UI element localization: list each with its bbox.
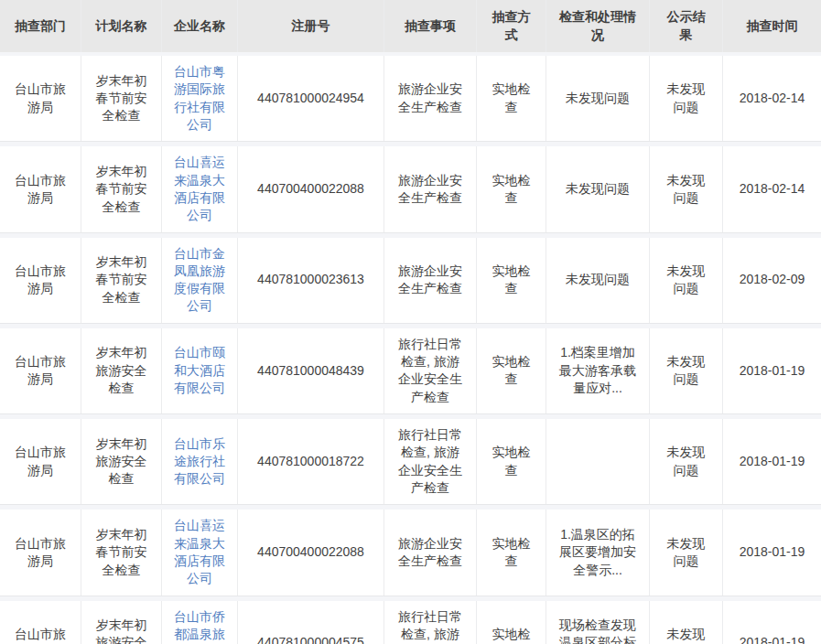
cell-dept: 台山市旅游局 [0,510,81,595]
cell-plan: 岁末年初春节前安全检查 [81,146,162,231]
column-header-method: 抽查方式 [477,0,546,52]
table-row: 台山市旅游局岁末年初春节前安全检查台山市金凤凰旅游度假有限公司440781000… [0,238,821,324]
cell-plan: 岁末年初旅游安全检查 [81,328,162,413]
cell-method: 实地检查 [477,510,546,595]
cell-handling [546,419,650,504]
cell-dept: 台山市旅游局 [0,146,81,231]
cell-result: 未发现问题 [650,510,723,595]
cell-company: 台山喜运来温泉大酒店有限公司 [162,146,238,231]
cell-handling: 未发现问题 [546,238,650,323]
cell-result: 未发现问题 [650,146,723,231]
cell-matter: 旅行社日常检查, 旅游企业安全生产检查 [384,601,477,644]
table-header: 抽查部门计划名称企业名称注册号抽查事项抽查方式检查和处理情况公示结果抽查时间 [0,0,821,52]
cell-matter: 旅游企业安全生产检查 [384,510,477,595]
company-link[interactable]: 台山市颐和大酒店有限公司 [174,344,225,397]
table-row: 台山市旅游局岁末年初春节前安全检查台山喜运来温泉大酒店有限公司440700400… [0,510,821,596]
cell-matter: 旅游企业安全生产检查 [384,56,477,141]
cell-handling: 未发现问题 [546,146,650,231]
cell-matter: 旅游企业安全生产检查 [384,238,477,323]
cell-plan: 岁末年初春节前安全检查 [81,238,162,323]
cell-result: 未发现问题 [650,601,723,644]
cell-company: 台山市粤游国际旅行社有限公司 [162,56,238,141]
cell-result: 未发现问题 [650,419,723,504]
cell-result: 未发现问题 [650,56,723,141]
cell-reg: 440781000023613 [238,238,384,323]
cell-dept: 台山市旅游局 [0,419,81,504]
cell-handling: 现场检查发现温泉区部分标识残旧，... [546,601,650,644]
company-link[interactable]: 台山市粤游国际旅行社有限公司 [174,63,225,134]
cell-reg: 440700400022088 [238,146,384,231]
cell-reg: 440781000048439 [238,328,384,413]
cell-date: 2018-02-14 [723,56,821,141]
cell-reg: 440781000004575 [238,601,384,644]
column-header-reg: 注册号 [238,0,384,52]
column-header-plan: 计划名称 [81,0,162,52]
cell-method: 实地检查 [477,146,546,231]
table-row: 台山市旅游局岁末年初春节前安全检查台山喜运来温泉大酒店有限公司440700400… [0,146,821,232]
cell-matter: 旅行社日常检查, 旅游企业安全生产检查 [384,328,477,413]
cell-plan: 岁末年初春节前安全检查 [81,510,162,595]
column-header-date: 抽查时间 [723,0,821,52]
cell-method: 实地检查 [477,56,546,141]
table-body: 台山市旅游局岁末年初春节前安全检查台山市粤游国际旅行社有限公司440781000… [0,56,821,644]
cell-matter: 旅行社日常检查, 旅游企业安全生产检查 [384,419,477,504]
cell-method: 实地检查 [477,419,546,504]
cell-result: 未发现问题 [650,238,723,323]
column-header-handling: 检查和处理情况 [546,0,650,52]
cell-handling: 未发现问题 [546,56,650,141]
cell-date: 2018-01-19 [723,510,821,595]
company-link[interactable]: 台山喜运来温泉大酒店有限公司 [174,517,225,587]
cell-method: 实地检查 [477,238,546,323]
cell-company: 台山市乐途旅行社有限公司 [162,419,238,504]
table-row: 台山市旅游局岁末年初旅游安全检查台山市侨都温泉旅游度假有限公司440781000… [0,601,821,644]
cell-handling: 1.档案里增加最大游客承载量应对... [546,328,650,413]
company-link[interactable]: 台山市金凤凰旅游度假有限公司 [174,245,225,316]
cell-method: 实地检查 [477,328,546,413]
cell-dept: 台山市旅游局 [0,238,81,323]
table-row: 台山市旅游局岁末年初春节前安全检查台山市粤游国际旅行社有限公司440781000… [0,56,821,142]
cell-date: 2018-01-19 [723,419,821,504]
cell-company: 台山市侨都温泉旅游度假有限公司 [162,601,238,644]
cell-dept: 台山市旅游局 [0,601,81,644]
cell-company: 台山市颐和大酒店有限公司 [162,328,238,413]
table-row: 台山市旅游局岁末年初旅游安全检查台山市乐途旅行社有限公司440781000018… [0,419,821,505]
cell-reg: 440781000018722 [238,419,384,504]
column-header-matter: 抽查事项 [384,0,477,52]
company-link[interactable]: 台山市侨都温泉旅游度假有限公司 [174,608,225,644]
cell-result: 未发现问题 [650,328,723,413]
cell-matter: 旅游企业安全生产检查 [384,146,477,231]
cell-handling: 1.温泉区的拓展区要增加安全警示... [546,510,650,595]
cell-plan: 岁末年初旅游安全检查 [81,419,162,504]
cell-date: 2018-01-19 [723,328,821,413]
inspection-table: 抽查部门计划名称企业名称注册号抽查事项抽查方式检查和处理情况公示结果抽查时间 台… [0,0,821,644]
cell-dept: 台山市旅游局 [0,328,81,413]
cell-method: 实地检查 [477,601,546,644]
cell-reg: 440700400022088 [238,510,384,595]
cell-company: 台山市金凤凰旅游度假有限公司 [162,238,238,323]
table-row: 台山市旅游局岁末年初旅游安全检查台山市颐和大酒店有限公司440781000048… [0,328,821,414]
cell-company: 台山喜运来温泉大酒店有限公司 [162,510,238,595]
cell-plan: 岁末年初旅游安全检查 [81,601,162,644]
cell-reg: 440781000024954 [238,56,384,141]
cell-plan: 岁末年初春节前安全检查 [81,56,162,141]
inspection-results-page: 抽查部门计划名称企业名称注册号抽查事项抽查方式检查和处理情况公示结果抽查时间 台… [0,0,821,644]
column-header-dept: 抽查部门 [0,0,81,52]
company-link[interactable]: 台山喜运来温泉大酒店有限公司 [174,154,225,224]
column-header-result: 公示结果 [650,0,723,52]
column-header-company: 企业名称 [162,0,238,52]
company-link[interactable]: 台山市乐途旅行社有限公司 [174,435,225,488]
cell-date: 2018-01-19 [723,601,821,644]
cell-date: 2018-02-09 [723,238,821,323]
cell-date: 2018-02-14 [723,146,821,231]
cell-dept: 台山市旅游局 [0,56,81,141]
